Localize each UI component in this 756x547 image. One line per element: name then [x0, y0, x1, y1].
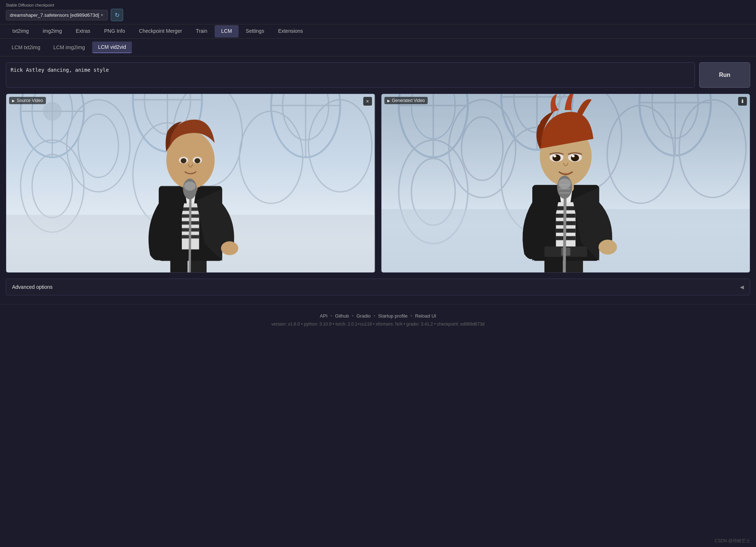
advanced-options-label: Advanced options — [12, 284, 52, 290]
advanced-options-arrow-icon: ◀ — [740, 284, 744, 290]
tab-train[interactable]: Train — [189, 24, 214, 38]
source-video-label: Source Video — [9, 97, 46, 104]
watermark: CSDN @培根艺士 — [714, 538, 750, 544]
tab-extensions[interactable]: Extensions — [271, 24, 309, 38]
chevron-down-icon: ▼ — [100, 13, 104, 17]
svg-point-94 — [553, 155, 556, 157]
tab-lcm[interactable]: LCM — [215, 25, 239, 38]
checkpoint-row: dreamshaper_7.safetensors [ed989d673d] ▼… — [6, 9, 750, 21]
generated-video-label: Generated Video — [384, 97, 428, 104]
tab-extras[interactable]: Extras — [69, 24, 97, 38]
refresh-checkpoint-button[interactable]: ↻ — [111, 9, 123, 21]
generated-video-panel: Generated Video ⬇ — [381, 94, 751, 273]
download-icon: ⬇ — [740, 98, 745, 104]
generated-video-svg — [381, 94, 750, 272]
footer-link-gradio[interactable]: Gradio — [353, 313, 373, 319]
source-video-svg — [6, 94, 375, 272]
tab-png-info[interactable]: PNG Info — [98, 24, 132, 38]
footer-link-startup-profile[interactable]: Startup profile — [375, 313, 411, 319]
svg-point-95 — [572, 155, 575, 157]
source-video-content — [6, 94, 375, 272]
svg-line-96 — [564, 191, 565, 272]
refresh-icon: ↻ — [115, 12, 120, 19]
run-button[interactable]: Run — [699, 62, 750, 88]
prompt-input[interactable]: Rick Astley dancing, anime style — [6, 62, 695, 88]
tab-img2img[interactable]: img2img — [36, 24, 68, 38]
top-bar: Stable Diffusion checkpoint dreamshaper_… — [0, 0, 756, 24]
svg-line-46 — [189, 192, 191, 272]
sub-tab-lcm-txt2img[interactable]: LCM txt2img — [6, 42, 46, 53]
source-video-close-button[interactable]: × — [363, 97, 372, 106]
generated-video-download-button[interactable]: ⬇ — [738, 97, 747, 106]
main-content: Rick Astley dancing, anime style Run Sou… — [0, 56, 756, 301]
svg-point-9 — [44, 103, 61, 120]
svg-point-45 — [195, 158, 200, 163]
footer-version: version: v1.6.0 • python: 3.10.9 • torch… — [6, 322, 750, 327]
svg-point-85 — [598, 240, 617, 255]
tab-settings[interactable]: Settings — [239, 24, 271, 38]
footer-link-api[interactable]: API — [317, 313, 330, 319]
video-panels: Source Video × — [6, 94, 750, 273]
close-icon: × — [366, 98, 369, 104]
tab-txt2img[interactable]: txt2img — [6, 24, 35, 38]
checkpoint-label: Stable Diffusion checkpoint — [6, 3, 750, 7]
checkpoint-dropdown[interactable]: dreamshaper_7.safetensors [ed989d673d] ▼ — [6, 10, 108, 20]
svg-point-48 — [184, 181, 196, 190]
footer-links: API • Github • Gradio • Startup profile … — [6, 313, 750, 319]
svg-point-98 — [558, 178, 571, 189]
svg-point-44 — [181, 158, 187, 163]
nav-tabs: txt2img img2img Extras PNG Info Checkpoi… — [0, 24, 756, 39]
svg-point-37 — [221, 241, 238, 255]
footer-link-github[interactable]: Github — [332, 313, 352, 319]
sub-tab-lcm-img2img[interactable]: LCM img2img — [48, 42, 91, 53]
checkpoint-value: dreamshaper_7.safetensors [ed989d673d] — [10, 12, 99, 18]
advanced-options-panel[interactable]: Advanced options ◀ — [6, 279, 750, 295]
generated-video-content — [381, 94, 750, 272]
prompt-row: Rick Astley dancing, anime style Run — [6, 62, 750, 88]
footer: API • Github • Gradio • Startup profile … — [0, 304, 756, 331]
tab-checkpoint-merger[interactable]: Checkpoint Merger — [132, 24, 188, 38]
footer-link-reload-ui[interactable]: Reload UI — [412, 313, 439, 319]
sub-tabs: LCM txt2img LCM img2img LCM vid2vid — [0, 39, 756, 56]
source-video-panel: Source Video × — [6, 94, 375, 273]
sub-tab-lcm-vid2vid[interactable]: LCM vid2vid — [92, 42, 132, 53]
